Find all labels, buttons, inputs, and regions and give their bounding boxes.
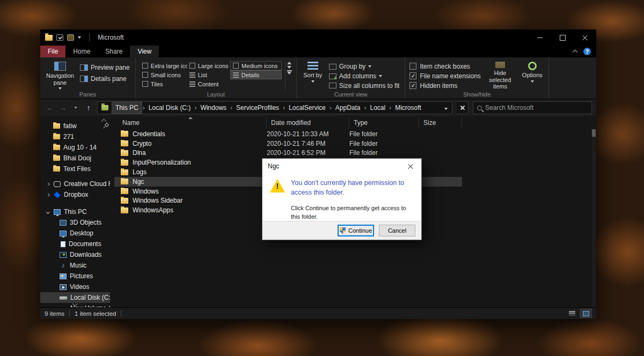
pin-icon — [103, 123, 108, 129]
column-header-type[interactable]: Type — [349, 117, 419, 129]
recent-locations-chevron[interactable] — [69, 101, 82, 114]
breadcrumb-serviceprofiles[interactable]: ServiceProfiles — [233, 102, 282, 114]
chevron-right-icon[interactable] — [46, 192, 50, 196]
file-row-dlna[interactable]: Dlna 2020-10-21 6:52 PM File folder — [114, 149, 462, 158]
tab-view[interactable]: View — [130, 46, 159, 57]
add-columns-icon — [329, 73, 336, 79]
breadcrumb-local-disk[interactable]: Local Disk (C:) — [145, 102, 194, 114]
qat-new-folder-icon[interactable] — [67, 34, 74, 41]
minimize-button[interactable] — [529, 29, 551, 46]
qat-properties-icon[interactable] — [56, 34, 63, 41]
tab-share[interactable]: Share — [98, 46, 130, 57]
sidebar-item-documents[interactable]: Documents — [40, 239, 110, 249]
column-header-size[interactable]: Size — [419, 117, 462, 129]
item-check-boxes-checkbox[interactable] — [409, 63, 416, 70]
column-header-name[interactable]: Name — [114, 117, 267, 129]
layout-medium-icons[interactable]: Medium icons — [230, 61, 282, 70]
scrollbar-thumb[interactable] — [592, 129, 596, 137]
sidebar-item-this-pc[interactable]: This PC — [40, 206, 110, 217]
layout-list[interactable]: List — [187, 70, 230, 79]
hide-selected-items-icon — [495, 62, 505, 68]
back-button[interactable]: ← — [43, 101, 56, 114]
sidebar-item-downloads[interactable]: Downloads — [40, 249, 110, 260]
folder-icon — [53, 145, 60, 150]
tab-file[interactable]: File — [40, 46, 65, 57]
location-icon — [101, 105, 108, 110]
file-name-extensions-option[interactable]: ✓ File name extensions — [409, 71, 480, 80]
sidebar-item-dropbox[interactable]: Dropbox — [40, 189, 110, 200]
hide-selected-items-button[interactable]: Hide selected items — [483, 60, 517, 90]
column-header-date-modified[interactable]: Date modified — [267, 117, 349, 129]
layout-content[interactable]: Content — [187, 79, 230, 88]
item-check-boxes-option[interactable]: Item check boxes — [409, 62, 480, 71]
breadcrumb-appdata[interactable]: AppData — [332, 102, 364, 114]
gallery-scroll-up-icon[interactable] — [287, 62, 291, 64]
sidebar-item-videos[interactable]: Videos — [40, 281, 110, 292]
maximize-button[interactable] — [551, 29, 574, 46]
breadcrumb-windows[interactable]: Windows — [197, 102, 230, 114]
dialog-close-icon[interactable] — [400, 159, 421, 174]
gallery-scroll-down-icon[interactable] — [287, 66, 291, 69]
details-pane-button[interactable]: Details pane — [78, 73, 132, 84]
search-box[interactable] — [473, 101, 592, 114]
breadcrumb-this-pc[interactable]: This PC — [112, 102, 142, 114]
chevron-right-icon[interactable] — [46, 182, 50, 186]
address-bar[interactable]: This PC › Local Disk (C:) › Windows › Se… — [97, 101, 452, 114]
layout-tiles[interactable]: Tiles — [140, 79, 187, 88]
sidebar-item-text-files[interactable]: Text Files — [40, 164, 110, 174]
file-row-credentials[interactable]: Credentials 2020-10-21 10:33 AM File fol… — [114, 129, 462, 139]
folder-icon — [121, 160, 128, 166]
group-by-button[interactable]: Group by — [327, 62, 402, 71]
breadcrumb-localservice[interactable]: LocalService — [286, 102, 329, 114]
preview-pane-button[interactable]: Preview pane — [78, 62, 132, 73]
folder-icon — [121, 179, 128, 184]
sort-by-button[interactable]: Sort by — [301, 60, 325, 90]
sidebar-item-creative-cloud[interactable]: Creative Cloud Fil — [40, 179, 110, 189]
layout-large-icons[interactable]: Large icons — [187, 61, 230, 70]
minimize-ribbon-icon[interactable] — [573, 50, 578, 55]
layout-details[interactable]: Details — [230, 70, 282, 79]
file-name-extensions-checkbox[interactable]: ✓ — [409, 72, 416, 79]
ribbon-group-current-view: Sort by Group by Add columns — [297, 57, 406, 99]
breadcrumb-local[interactable]: Local — [367, 102, 389, 114]
sidebar-item-aug-10-14[interactable]: Aug 10 - 14 — [40, 142, 110, 153]
sidebar-item-music[interactable]: ♪ Music — [40, 260, 110, 271]
address-dropdown-chevron[interactable] — [440, 104, 452, 112]
hidden-items-option[interactable]: ✓ Hidden items — [409, 81, 480, 90]
sidebar-item-desktop[interactable]: Desktop — [40, 228, 110, 239]
qat-customize-chevron-icon[interactable] — [78, 36, 81, 39]
layout-extra-large-icons[interactable]: Extra large icons — [140, 61, 187, 70]
sidebar-item-pictures[interactable]: Pictures — [40, 271, 110, 281]
cancel-button[interactable]: Cancel — [379, 225, 415, 236]
folder-icon — [53, 134, 60, 139]
sidebar-item-3d-objects[interactable]: 3D Objects — [40, 217, 110, 228]
thumbnails-view-toggle[interactable] — [580, 309, 592, 318]
thumbnails-view-icon — [583, 311, 589, 316]
ribbon-group-layout: Extra large icons Large icons Medium ico… — [136, 57, 297, 99]
sidebar-item-fatiw[interactable]: fatiw — [40, 121, 110, 131]
sidebar-item-271[interactable]: 271 — [40, 131, 110, 142]
navigation-pane-chevron-icon — [58, 87, 62, 90]
search-input[interactable] — [485, 104, 588, 112]
options-button[interactable]: Options — [519, 60, 545, 90]
add-columns-button[interactable]: Add columns — [327, 72, 402, 81]
continue-button[interactable]: Continue — [338, 225, 374, 236]
dialog-button-row: Continue Cancel — [262, 221, 421, 240]
close-button[interactable] — [574, 29, 596, 46]
chevron-down-icon[interactable] — [46, 210, 50, 213]
gallery-more-icon[interactable] — [287, 70, 292, 74]
hidden-items-checkbox[interactable]: ✓ — [409, 82, 416, 89]
file-row-crypto[interactable]: Crypto 2020-10-21 7:46 PM File folder — [114, 139, 462, 149]
stop-refresh-button[interactable] — [457, 101, 469, 114]
breadcrumb-microsoft[interactable]: Microsoft — [392, 102, 425, 114]
sidebar-item-bhai-dooj[interactable]: Bhai Dooj — [40, 153, 110, 164]
navigation-pane-button[interactable]: Navigation pane — [45, 60, 76, 90]
forward-button[interactable]: → — [56, 101, 69, 114]
tab-home[interactable]: Home — [65, 46, 98, 57]
details-view-toggle[interactable] — [566, 309, 578, 318]
size-all-columns-button[interactable]: Size all columns to fit — [327, 81, 402, 90]
layout-small-icons[interactable]: Small icons — [140, 70, 187, 79]
up-button[interactable]: ↑ — [82, 101, 95, 114]
help-icon[interactable]: ? — [583, 48, 591, 55]
vertical-scrollbar[interactable] — [592, 129, 596, 307]
